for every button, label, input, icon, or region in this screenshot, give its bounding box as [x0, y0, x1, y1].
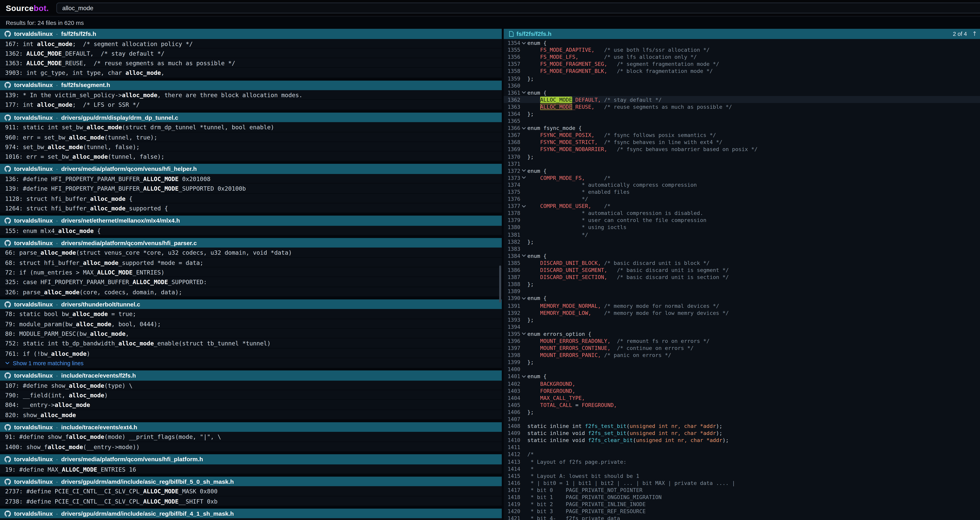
fold-toggle-icon[interactable] [520, 332, 527, 336]
code-line[interactable]: 1392 MEMORY_MODE_LOW, /* memory mode for… [504, 309, 980, 316]
code-line[interactable]: 1402 BACKGROUND, [504, 380, 980, 387]
code-line[interactable]: 1355 FS_MODE_ADAPTIVE, /* use both lfs/s… [504, 46, 980, 54]
line-number[interactable]: 1396 [504, 338, 520, 344]
line-number[interactable]: 1389 [504, 288, 520, 294]
line-number[interactable]: 1379 [504, 217, 520, 224]
line-number[interactable]: 1408 [504, 423, 520, 429]
code-line[interactable]: 1366enum fsync_mode { [504, 125, 980, 132]
line-number[interactable]: 1365 [504, 118, 520, 124]
code-line[interactable]: 1363 ALLOC_MODE_REUSE, /* reuse segments… [504, 103, 980, 110]
match-line[interactable]: 761: if (!bw_alloc_mode) [0, 348, 502, 358]
fold-toggle-icon[interactable] [520, 169, 527, 173]
line-number[interactable]: 1378 [504, 210, 520, 216]
match-line[interactable]: 820: show_alloc_mode [0, 410, 502, 420]
code-line[interactable]: 1404 MAX_CALL_TYPE, [504, 394, 980, 401]
line-number[interactable]: 1360 [504, 82, 520, 89]
match-line[interactable]: 2737: #define PCIE_CI_CNTL__CI_SLV_CPL_A… [0, 487, 502, 496]
match-line[interactable]: 2738: #define PCIE_CI_CNTL__CI_SLV_CPL_A… [0, 496, 502, 506]
code-line[interactable]: 1397 MOUNT_ERRORS_CONTINUE, /* continue … [504, 344, 980, 351]
match-line[interactable]: 3903: int gc_type, int type, char alloc_… [0, 68, 502, 78]
match-line[interactable]: 1363: ALLOC_MODE_REUSE, /* reuse segment… [0, 58, 502, 68]
line-number[interactable]: 1357 [504, 61, 520, 67]
line-number[interactable]: 1362 [504, 96, 520, 103]
line-number[interactable]: 1356 [504, 54, 520, 60]
line-number[interactable]: 1419 [504, 501, 520, 507]
match-line[interactable]: 960: err = set_bw_alloc_mode(tunnel, tru… [0, 132, 502, 142]
line-number[interactable]: 1400 [504, 366, 520, 373]
match-line[interactable]: 78: static bool bw_alloc_mode = true; [0, 309, 502, 319]
code-line[interactable]: 1360 [504, 82, 980, 89]
line-number[interactable]: 1369 [504, 146, 520, 153]
match-line[interactable]: 80: MODULE_PARM_DESC(bw_alloc_mode, [0, 329, 502, 339]
match-line[interactable]: 1264: struct hfi_buffer_alloc_mode_suppo… [0, 204, 502, 213]
code-line[interactable]: 1361enum { [504, 89, 980, 96]
preview-file-link[interactable]: fs/f2fs/f2fs.h [509, 30, 552, 37]
line-number[interactable]: 1393 [504, 316, 520, 323]
code-line[interactable]: 1375 * enabled files [504, 188, 980, 196]
line-number[interactable]: 1359 [504, 75, 520, 82]
line-number[interactable]: 1415 [504, 472, 520, 479]
line-number[interactable]: 1355 [504, 47, 520, 53]
code-line[interactable]: 1416 * | bit0 = 1 | bit1 | bit2 | ... | … [504, 479, 980, 487]
match-line[interactable]: 72: if (num_entries > MAX_ALLOC_MODE_ENT… [0, 267, 502, 277]
line-number[interactable]: 1358 [504, 68, 520, 75]
code-line[interactable]: 1391 MEMORY_MODE_NORMAL, /* memory mode … [504, 302, 980, 309]
line-number[interactable]: 1370 [504, 153, 520, 160]
fold-toggle-icon[interactable] [520, 176, 527, 180]
code-line[interactable]: 1362 ALLOC_MODE_DEFAULT, /* stay default… [504, 96, 980, 103]
line-number[interactable]: 1418 [504, 494, 520, 500]
file-match-header[interactable]: torvalds/linux·drivers/net/ethernet/mell… [0, 216, 502, 226]
match-line[interactable]: 68: struct hfi_buffer_alloc_mode_support… [0, 258, 502, 267]
previous-match-arrow-icon[interactable]: ↑ [972, 31, 977, 37]
code-line[interactable]: 1407 [504, 415, 980, 423]
file-match-header[interactable]: torvalds/linux·include/trace/events/ext4… [0, 422, 502, 432]
line-number[interactable]: 1376 [504, 196, 520, 202]
match-line[interactable]: 136: #define HFI_PROPERTY_PARAM_BUFFER_A… [0, 174, 502, 184]
file-match-header[interactable]: torvalds/linux·drivers/gpu/drm/amd/inclu… [0, 477, 502, 487]
match-line[interactable]: 91: #define show_falloc_mode(mode) __pri… [0, 432, 502, 442]
code-line[interactable]: 1419 * bit 2 PAGE_PRIVATE_INLINE_INODE [504, 501, 980, 508]
code-line[interactable]: 1398 MOUNT_ERRORS_PANIC, /* panic on err… [504, 352, 980, 359]
code-line[interactable]: 1406}; [504, 408, 980, 415]
fold-toggle-icon[interactable] [520, 204, 527, 208]
code-line[interactable]: 1356 FS_MODE_LFS, /* use lfs allocation … [504, 54, 980, 60]
line-number[interactable]: 1399 [504, 359, 520, 366]
line-number[interactable]: 1373 [504, 175, 520, 181]
code-line[interactable]: 1384enum { [504, 252, 980, 259]
line-number[interactable]: 1377 [504, 203, 520, 210]
match-line[interactable]: 19: #define MAX_ALLOC_MODE_ENTRIES 16 [0, 464, 502, 474]
match-line[interactable]: 1128: struct hfi_buffer_alloc_mode { [0, 194, 502, 204]
code-line[interactable]: 1418 * bit 1 PAGE_PRIVATE_ONGOING_MIGRAT… [504, 493, 980, 501]
code-line[interactable]: 1371 [504, 160, 980, 167]
code-line[interactable]: 1364}; [504, 110, 980, 118]
search-input[interactable] [56, 3, 980, 14]
fold-toggle-icon[interactable] [520, 90, 527, 95]
code-line[interactable]: 1393}; [504, 316, 980, 323]
line-number[interactable]: 1386 [504, 267, 520, 274]
line-number[interactable]: 1421 [504, 515, 520, 520]
file-match-header[interactable]: torvalds/linux·drivers/media/platform/qc… [0, 238, 502, 248]
file-match-header[interactable]: torvalds/linux·drivers/thunderbolt/tunne… [0, 299, 502, 309]
file-match-header[interactable]: torvalds/linux·include/trace/events/f2fs… [0, 371, 502, 380]
match-line[interactable]: 139: * In the victim_sel_policy->alloc_m… [0, 90, 502, 100]
line-number[interactable]: 1397 [504, 345, 520, 351]
line-number[interactable]: 1406 [504, 409, 520, 415]
match-line[interactable]: 79: module_param(bw_alloc_mode, bool, 04… [0, 319, 502, 329]
code-line[interactable]: 1377 COMPR_MODE_USER, /* [504, 203, 980, 210]
fold-toggle-icon[interactable] [520, 41, 527, 45]
match-line[interactable]: 911: static int set_bw_alloc_mode(struct… [0, 122, 502, 132]
code-line[interactable]: 1380 * using ioctls [504, 224, 980, 231]
line-number[interactable]: 1371 [504, 160, 520, 167]
code-line[interactable]: 1373 COMPR_MODE_FS, /* [504, 174, 980, 181]
line-number[interactable]: 1388 [504, 281, 520, 288]
code-line[interactable]: 1368 FSYNC_MODE_STRICT, /* fsync behaves… [504, 139, 980, 146]
line-number[interactable]: 1410 [504, 437, 520, 444]
file-match-header[interactable]: torvalds/linux·fs/f2fs/f2fs.h [0, 29, 502, 39]
match-line[interactable]: 66: parse_alloc_mode(struct venus_core *… [0, 248, 502, 258]
line-number[interactable]: 1367 [504, 132, 520, 138]
match-line[interactable]: 139: #define HFI_PROPERTY_PARAM_BUFFER_A… [0, 184, 502, 194]
line-number[interactable]: 1364 [504, 111, 520, 117]
line-number[interactable]: 1354 [504, 40, 520, 46]
fold-toggle-icon[interactable] [520, 254, 527, 258]
code-line[interactable]: 1365 [504, 118, 980, 124]
